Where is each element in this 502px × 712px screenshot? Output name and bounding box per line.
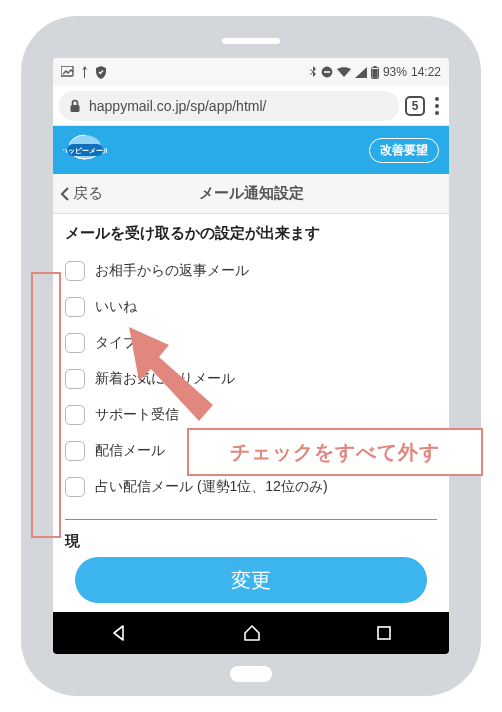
chevron-left-icon [59, 186, 71, 202]
nav-home-icon[interactable] [242, 623, 262, 643]
option-label: お相手からの返事メール [95, 262, 249, 280]
url-box[interactable]: happymail.co.jp/sp/app/html/ [59, 91, 399, 121]
submit-row: 変更 [65, 557, 437, 603]
list-item: 新着お気に入りメール [65, 361, 437, 397]
bluetooth-icon [309, 66, 317, 79]
shield-icon [95, 66, 107, 79]
option-label: タイプ [95, 334, 137, 352]
list-item: 占い配信メール (運勢1位、12位のみ) [65, 469, 437, 505]
checkbox[interactable] [65, 405, 85, 425]
back-label: 戻る [73, 184, 103, 203]
back-button[interactable]: 戻る [53, 184, 103, 203]
list-item: タイプ [65, 325, 437, 361]
phone-speaker [222, 38, 280, 44]
clock: 14:22 [411, 65, 441, 79]
option-label: 占い配信メール (運勢1位、12位のみ) [95, 478, 328, 496]
android-nav-bar [53, 612, 449, 654]
checkbox[interactable] [65, 477, 85, 497]
battery-percent: 93% [383, 65, 407, 79]
option-label: サポート受信 [95, 406, 179, 424]
checkbox[interactable] [65, 369, 85, 389]
svg-text:ハッピーメール: ハッピーメール [63, 147, 107, 154]
improve-button[interactable]: 改善要望 [369, 138, 439, 163]
tab-count-number: 5 [412, 99, 419, 113]
svg-rect-6 [71, 105, 80, 112]
app-logo[interactable]: ハッピーメール [63, 133, 107, 167]
wifi-icon [337, 67, 351, 78]
dnd-icon [321, 66, 333, 78]
svg-rect-5 [372, 69, 377, 78]
nav-recents-icon[interactable] [375, 624, 393, 642]
option-label: いいね [95, 298, 137, 316]
screen: 93% 14:22 happymail.co.jp/sp/app/html/ 5 [53, 58, 449, 654]
svg-rect-10 [378, 627, 390, 639]
tab-count[interactable]: 5 [405, 96, 425, 116]
list-item: お相手からの返事メール [65, 253, 437, 289]
phone-home-button [230, 666, 272, 682]
notif-icon [80, 66, 90, 78]
battery-icon [371, 66, 379, 79]
checkbox[interactable] [65, 297, 85, 317]
list-item: いいね [65, 289, 437, 325]
checkbox[interactable] [65, 333, 85, 353]
submit-button[interactable]: 変更 [75, 557, 427, 603]
list-item: 配信メール [65, 433, 437, 469]
checkbox[interactable] [65, 261, 85, 281]
sub-header: 戻る メール通知設定 [53, 174, 449, 214]
content-heading: メールを受け取るかの設定が出来ます [65, 224, 437, 243]
option-label: 配信メール [95, 442, 165, 460]
phone-frame: 93% 14:22 happymail.co.jp/sp/app/html/ 5 [21, 16, 481, 696]
checkbox[interactable] [65, 441, 85, 461]
page-title: メール通知設定 [199, 184, 304, 203]
signal-icon [355, 67, 367, 78]
svg-rect-2 [324, 71, 330, 73]
app-header: ハッピーメール 改善要望 [53, 126, 449, 174]
content: メールを受け取るかの設定が出来ます お相手からの返事メール いいね タイプ 新着… [53, 214, 449, 612]
section2-heading: 現 [65, 519, 437, 551]
image-icon [61, 66, 75, 78]
status-right: 93% 14:22 [309, 65, 441, 79]
status-left [61, 66, 107, 79]
option-label: 新着お気に入りメール [95, 370, 235, 388]
url-text: happymail.co.jp/sp/app/html/ [89, 98, 389, 114]
nav-back-icon[interactable] [109, 623, 129, 643]
status-bar: 93% 14:22 [53, 58, 449, 86]
menu-icon[interactable] [431, 93, 443, 119]
browser-bar: happymail.co.jp/sp/app/html/ 5 [53, 86, 449, 126]
list-item: サポート受信 [65, 397, 437, 433]
lock-icon [69, 99, 81, 113]
